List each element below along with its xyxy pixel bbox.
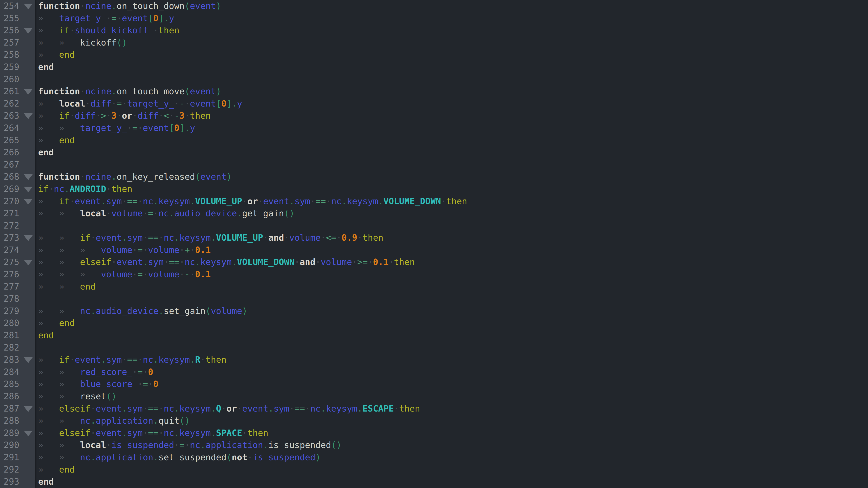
line-number[interactable]: 256	[0, 24, 36, 37]
code-line-text[interactable]: » if·should_kickoff_·then	[36, 24, 868, 37]
line-number[interactable]: 284	[0, 366, 36, 378]
code-token: audio_device	[96, 306, 158, 316]
code-line-text[interactable]: » end	[36, 49, 868, 61]
line-number[interactable]: 281	[0, 329, 36, 341]
code-line-text[interactable]: » » blue_score_·=·0	[36, 378, 868, 390]
line-number[interactable]: 257	[0, 37, 36, 49]
code-line-text[interactable]: » elseif·event.sym·==·nc.keysym.SPACE·th…	[36, 427, 868, 439]
code-line-text[interactable]: » » nc.application.quit()	[36, 415, 868, 427]
line-number[interactable]: 264	[0, 122, 36, 134]
code-line-text[interactable]: if·nc.ANDROID·then	[36, 183, 868, 195]
fold-arrow-icon[interactable]	[24, 199, 33, 205]
line-number[interactable]: 279	[0, 305, 36, 317]
line-number[interactable]: 265	[0, 134, 36, 147]
code-line-text[interactable]: » local·diff·=·target_y_·-·event[0].y	[36, 98, 868, 110]
code-line-text[interactable]: » » nc.application.set_suspended(not·is_…	[36, 451, 868, 464]
line-number[interactable]: 293	[0, 476, 36, 488]
line-number[interactable]: 275	[0, 256, 36, 268]
line-number[interactable]: 266	[0, 147, 36, 159]
code-line-text[interactable]: » » kickoff()	[36, 37, 868, 49]
code-line-text[interactable]: » » reset()	[36, 390, 868, 403]
code-line-text[interactable]: end	[36, 476, 868, 488]
fold-arrow-icon[interactable]	[24, 113, 33, 119]
fold-arrow-icon[interactable]	[24, 260, 33, 265]
code-token: then	[112, 184, 132, 194]
code-line-text[interactable]: function·ncine.on_touch_move(event)	[36, 85, 868, 98]
code-line-text[interactable]	[36, 159, 868, 171]
line-number[interactable]: 270	[0, 195, 36, 207]
line-number[interactable]: 286	[0, 390, 36, 403]
line-number[interactable]: 282	[0, 341, 36, 354]
line-number[interactable]: 280	[0, 317, 36, 329]
line-number[interactable]: 272	[0, 220, 36, 232]
code-line-text[interactable]: » » red_score_·=·0	[36, 366, 868, 378]
line-number[interactable]: 288	[0, 415, 36, 427]
code-line-text[interactable]: » » nc.audio_device.set_gain(volume)	[36, 305, 868, 317]
line-number[interactable]: 278	[0, 293, 36, 305]
fold-arrow-icon[interactable]	[24, 4, 33, 9]
code-token: 0.9	[342, 233, 357, 243]
code-line-text[interactable]	[36, 341, 868, 354]
line-number[interactable]: 261	[0, 85, 36, 98]
line-number[interactable]: 277	[0, 281, 36, 293]
line-number[interactable]: 269	[0, 183, 36, 195]
code-line-text[interactable]	[36, 293, 868, 305]
code-line-text[interactable]: » elseif·event.sym·==·nc.keysym.Q·or·eve…	[36, 403, 868, 415]
line-number[interactable]: 263	[0, 110, 36, 122]
code-line-text[interactable]: » » local·volume·=·nc.audio_device.get_g…	[36, 207, 868, 220]
code-line-text[interactable]: » » elseif·event.sym·==·nc.keysym.VOLUME…	[36, 256, 868, 268]
code-line-text[interactable]: » end	[36, 464, 868, 476]
line-number[interactable]: 274	[0, 244, 36, 256]
code-line-text[interactable]: » end	[36, 134, 868, 147]
code-editor[interactable]: 254function·ncine.on_touch_down(event)25…	[0, 0, 868, 488]
code-token: .	[153, 355, 158, 365]
code-line-text[interactable]: » if·event.sym·==·nc.keysym.VOLUME_UP·or…	[36, 195, 868, 207]
code-line-text[interactable]: » if·event.sym·==·nc.keysym.R·then	[36, 354, 868, 366]
space-dot: ·	[69, 110, 75, 121]
line-number[interactable]: 287	[0, 403, 36, 415]
line-number[interactable]: 291	[0, 451, 36, 464]
code-line-text[interactable]: end	[36, 61, 868, 73]
line-number[interactable]: 267	[0, 159, 36, 171]
line-number[interactable]: 262	[0, 98, 36, 110]
code-line-text[interactable]: » » » volume·=·volume·+·0.1	[36, 244, 868, 256]
space-dot: ·	[389, 257, 394, 267]
line-number[interactable]: 255	[0, 12, 36, 25]
fold-arrow-icon[interactable]	[24, 187, 33, 192]
fold-arrow-icon[interactable]	[24, 431, 33, 436]
code-line-text[interactable]: » » end	[36, 281, 868, 293]
code-line-text[interactable]: » end	[36, 317, 868, 329]
line-number[interactable]: 290	[0, 439, 36, 451]
code-line-text[interactable]: function·ncine.on_touch_down(event)	[36, 0, 868, 12]
code-line-text[interactable]: » » local·is_suspended·=·nc.application.…	[36, 439, 868, 451]
fold-arrow-icon[interactable]	[24, 89, 33, 95]
fold-arrow-icon[interactable]	[24, 235, 33, 241]
code-line-text[interactable]: end	[36, 329, 868, 341]
code-token: keysym	[180, 403, 211, 414]
fold-arrow-icon[interactable]	[24, 357, 33, 363]
code-line-text[interactable]: » » target_y_·=·event[0].y	[36, 122, 868, 134]
line-number[interactable]: 273	[0, 232, 36, 244]
line-number[interactable]: 258	[0, 49, 36, 61]
line-number[interactable]: 254	[0, 0, 36, 12]
code-line-text[interactable]	[36, 73, 868, 86]
fold-arrow-icon[interactable]	[24, 406, 33, 412]
code-line-text[interactable]: function·ncine.on_key_released(event)	[36, 171, 868, 183]
line-number[interactable]: 276	[0, 268, 36, 281]
line-number[interactable]: 292	[0, 464, 36, 476]
code-line-text[interactable]: » » if·event.sym·==·nc.keysym.VOLUME_UP·…	[36, 232, 868, 244]
line-number[interactable]: 285	[0, 378, 36, 390]
line-number[interactable]: 289	[0, 427, 36, 439]
fold-arrow-icon[interactable]	[24, 28, 33, 34]
code-line-text[interactable]	[36, 220, 868, 232]
code-line-text[interactable]: end	[36, 147, 868, 159]
line-number[interactable]: 271	[0, 207, 36, 220]
line-number[interactable]: 283	[0, 354, 36, 366]
line-number[interactable]: 260	[0, 73, 36, 86]
line-number[interactable]: 268	[0, 171, 36, 183]
line-number[interactable]: 259	[0, 61, 36, 73]
fold-arrow-icon[interactable]	[24, 174, 33, 180]
code-line-text[interactable]: » if·diff·>·3·or·diff·<·-3·then	[36, 110, 868, 122]
code-line-text[interactable]: » » » volume·=·volume·-·0.1	[36, 268, 868, 281]
code-line-text[interactable]: » target_y_·=·event[0].y	[36, 12, 868, 25]
